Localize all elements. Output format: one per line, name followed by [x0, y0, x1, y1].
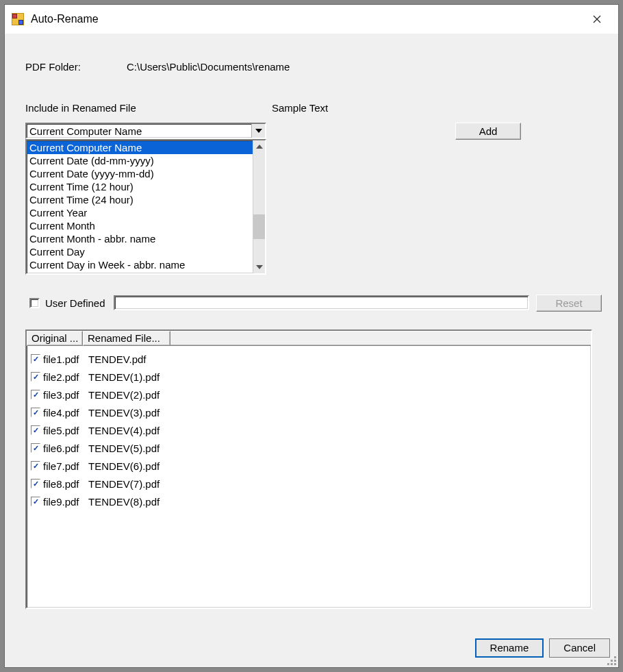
renamed-filename: TENDEV(5).pdf: [88, 443, 160, 454]
original-filename: file9.pdf: [43, 496, 88, 508]
renamed-filename: TENDEV.pdf: [88, 353, 147, 365]
footer-buttons: Rename Cancel: [475, 638, 610, 658]
client-area: PDF Folder: C:\Users\Public\Documents\re…: [5, 34, 618, 667]
renamed-filename: TENDEV(4).pdf: [88, 425, 160, 436]
scroll-track[interactable]: [253, 153, 265, 261]
original-filename: file1.pdf: [43, 353, 88, 365]
listbox-item[interactable]: Current Date (yyyy-mm-dd): [27, 167, 253, 180]
auto-rename-window: Auto-Rename PDF Folder: C:\Users\Public\…: [4, 4, 619, 668]
reset-button: Reset: [536, 295, 602, 312]
table-row[interactable]: file5.pdfTENDEV(4).pdf: [31, 421, 587, 439]
table-row[interactable]: file6.pdfTENDEV(5).pdf: [31, 439, 587, 457]
listbox-item[interactable]: Current Day: [27, 245, 253, 258]
table-row[interactable]: file9.pdfTENDEV(8).pdf: [31, 493, 587, 510]
file-checkbox[interactable]: [31, 461, 40, 471]
listbox-item[interactable]: Current Computer Name: [27, 141, 253, 154]
pdf-folder-path: C:\Users\Public\Documents\rename: [127, 61, 290, 73]
table-row[interactable]: file2.pdfTENDEV(1).pdf: [31, 368, 587, 386]
pdf-folder-label: PDF Folder:: [25, 61, 127, 73]
scroll-down-icon[interactable]: [253, 261, 265, 273]
col-original[interactable]: Original ...: [27, 331, 83, 346]
user-defined-label: User Defined: [45, 297, 105, 309]
include-combo[interactable]: Current Computer Name: [25, 123, 266, 139]
table-row[interactable]: file4.pdfTENDEV(3).pdf: [31, 403, 587, 421]
close-button[interactable]: [581, 8, 613, 30]
sample-text-label: Sample Text: [272, 102, 328, 114]
listbox-item[interactable]: Current Month - abbr. name: [27, 232, 253, 245]
include-listbox[interactable]: Current Computer NameCurrent Date (dd-mm…: [25, 139, 266, 275]
renamed-filename: TENDEV(7).pdf: [88, 478, 160, 490]
file-checkbox[interactable]: [31, 425, 40, 435]
renamed-filename: TENDEV(6).pdf: [88, 460, 160, 472]
listbox-item[interactable]: Current Date (dd-mm-yyyy): [27, 154, 253, 167]
listbox-item[interactable]: Current Year: [27, 206, 253, 219]
file-checkbox[interactable]: [31, 354, 40, 364]
original-filename: file6.pdf: [43, 443, 88, 454]
original-filename: file3.pdf: [43, 389, 88, 401]
file-list-header: Original ... Renamed File...: [27, 331, 591, 346]
renamed-filename: TENDEV(1).pdf: [88, 371, 160, 383]
table-row[interactable]: file8.pdfTENDEV(7).pdf: [31, 475, 587, 493]
original-filename: file5.pdf: [43, 425, 88, 436]
original-filename: file2.pdf: [43, 371, 88, 383]
listbox-item[interactable]: Current Month: [27, 219, 253, 232]
listbox-item[interactable]: Current Time (12 hour): [27, 180, 253, 193]
include-combo-value: Current Computer Name: [27, 125, 251, 137]
file-list: Original ... Renamed File... file1.pdfTE…: [25, 329, 592, 609]
scroll-thumb[interactable]: [253, 214, 265, 239]
renamed-filename: TENDEV(2).pdf: [88, 389, 160, 401]
file-checkbox[interactable]: [31, 408, 40, 417]
titlebar: Auto-Rename: [5, 5, 618, 34]
listbox-scrollbar[interactable]: [253, 140, 265, 273]
file-checkbox[interactable]: [31, 390, 40, 399]
original-filename: file7.pdf: [43, 460, 88, 472]
original-filename: file4.pdf: [43, 407, 88, 419]
renamed-filename: TENDEV(8).pdf: [88, 496, 160, 508]
user-defined-row: User Defined Reset: [29, 294, 602, 312]
table-row[interactable]: file7.pdfTENDEV(6).pdf: [31, 457, 587, 475]
cancel-button[interactable]: Cancel: [549, 638, 610, 658]
file-checkbox[interactable]: [31, 372, 40, 382]
renamed-filename: TENDEV(3).pdf: [88, 407, 160, 419]
original-filename: file8.pdf: [43, 478, 88, 490]
table-row[interactable]: file3.pdfTENDEV(2).pdf: [31, 386, 587, 403]
include-label: Include in Renamed File: [25, 102, 136, 114]
user-defined-input[interactable]: [114, 295, 529, 310]
close-icon: [593, 15, 601, 23]
table-row[interactable]: file1.pdfTENDEV.pdf: [31, 350, 587, 368]
file-checkbox[interactable]: [31, 443, 40, 453]
listbox-item[interactable]: Current Time (24 hour): [27, 193, 253, 206]
file-checkbox[interactable]: [31, 497, 40, 506]
user-defined-checkbox[interactable]: [29, 298, 40, 308]
rename-button[interactable]: Rename: [475, 638, 544, 658]
app-icon: [12, 13, 24, 25]
chevron-down-icon[interactable]: [251, 124, 265, 138]
listbox-item[interactable]: Current Day in Week - abbr. name: [27, 258, 253, 271]
file-checkbox[interactable]: [31, 479, 40, 488]
scroll-up-icon[interactable]: [253, 140, 265, 153]
col-renamed[interactable]: Renamed File...: [83, 331, 170, 346]
pdf-folder-row: PDF Folder: C:\Users\Public\Documents\re…: [25, 61, 290, 73]
window-title: Auto-Rename: [31, 13, 581, 25]
add-button[interactable]: Add: [455, 123, 521, 140]
